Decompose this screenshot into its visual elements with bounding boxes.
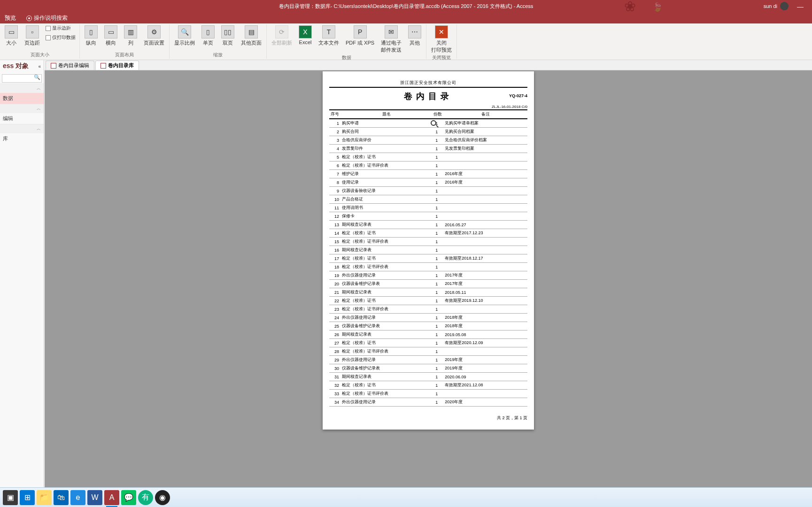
- cell-qty: 1: [432, 178, 443, 187]
- btn-more[interactable]: ⋯其他: [405, 24, 424, 47]
- btn-portrait[interactable]: ▯纵向: [82, 24, 101, 47]
- cell-remark: 有效期至2018.12.17: [443, 254, 527, 263]
- nav-section[interactable]: ︿: [0, 124, 44, 133]
- btn-other-pages[interactable]: ▤其他页面: [238, 24, 264, 47]
- cell-no: 2: [329, 128, 340, 136]
- cell-no: 1: [329, 119, 340, 128]
- cell-qty: 1: [432, 339, 443, 347]
- cell-remark: 2019年度: [443, 356, 527, 364]
- report-page: 浙江国正安全技术有限公司 卷内目录 YQ-027-4 ZLJL-16-01-20…: [323, 71, 534, 430]
- nav-header[interactable]: ess 对象 «: [0, 60, 44, 72]
- cell-qty: 1: [432, 263, 443, 271]
- checkbox-icon: [46, 35, 51, 40]
- cell-remark: 有效期至2017.12.23: [443, 229, 527, 238]
- tab-preview[interactable]: 预览: [0, 13, 21, 23]
- checkbox-icon: [46, 26, 51, 31]
- start-icon[interactable]: ⊞: [20, 490, 35, 505]
- btn-close-preview[interactable]: ✕关闭 打印预览: [428, 24, 455, 54]
- cell-no: 12: [329, 212, 340, 221]
- nav-item[interactable]: 库: [0, 133, 44, 144]
- task-view-icon[interactable]: ▣: [3, 490, 18, 505]
- cell-no: 21: [329, 288, 340, 297]
- doc-tab-edit[interactable]: 卷内目录编辑: [46, 61, 94, 70]
- obs-icon[interactable]: ◉: [155, 490, 170, 505]
- cell-title: 产品合格证: [340, 195, 432, 204]
- cell-qty: 1: [432, 390, 443, 398]
- navigation-pane: ess 对象 « 🔍 ︿ 数据 ︿ 编辑 ︿ 库: [0, 60, 44, 499]
- btn-columns[interactable]: ▥列: [121, 24, 140, 47]
- cell-title: 购买申请: [340, 119, 432, 128]
- chk-show-margin[interactable]: 显示边距: [44, 24, 77, 32]
- cell-title: 保修卡: [340, 212, 432, 221]
- cell-no: 33: [329, 390, 340, 398]
- nav-item[interactable]: 数据: [0, 93, 44, 104]
- cell-remark: 见合格供应商评价档案: [443, 136, 527, 145]
- company-name: 浙江国正安全技术有限公司: [329, 80, 527, 88]
- avatar[interactable]: [780, 2, 789, 10]
- cell-no: 23: [329, 305, 340, 314]
- cell-qty: 1: [432, 330, 443, 339]
- search-icon[interactable]: 🔍: [34, 74, 40, 80]
- cell-no: 11: [329, 204, 340, 212]
- nav-section[interactable]: ︿: [0, 104, 44, 113]
- cell-remark: 2016.05.27: [443, 221, 527, 229]
- nav-section[interactable]: ︿: [0, 84, 44, 93]
- nav-item[interactable]: 编辑: [0, 113, 44, 124]
- tell-me[interactable]: 操作说明搜索: [22, 13, 72, 23]
- btn-text[interactable]: T文本文件: [316, 24, 342, 47]
- report-table: 序号 题名 份数 备注 1购买申请1见购买申请单档案2购买合同1见购买合同档案3…: [329, 110, 527, 407]
- table-row: 32检定（校准）证书1有效期至2021.12.08: [329, 381, 527, 390]
- cell-title: 检定（校准）证书评价表: [340, 238, 432, 246]
- email-icon: ✉: [385, 25, 398, 38]
- minimize-icon[interactable]: —: [797, 3, 804, 10]
- cell-no: 4: [329, 145, 340, 153]
- btn-two-page[interactable]: ▯▯双页: [218, 24, 237, 47]
- btn-one-page[interactable]: ▯单页: [199, 24, 217, 47]
- cell-title: 仪器设备验收记录: [340, 187, 432, 195]
- group-page-layout: ▯纵向 ▭横向 ▥列 ⚙页面设置 页面布局: [80, 24, 170, 59]
- table-row: 28检定（校准）证书评价表1: [329, 347, 527, 356]
- chevron-left-icon[interactable]: «: [38, 64, 41, 69]
- cell-title: 检定（校准）证书评价表: [340, 305, 432, 314]
- cell-remark: 见购买合同档案: [443, 128, 527, 136]
- btn-zoom-ratio[interactable]: 🔍显示比例: [171, 24, 198, 47]
- btn-page-setup[interactable]: ⚙页面设置: [141, 24, 167, 47]
- store-icon[interactable]: 🛍: [54, 490, 69, 505]
- table-row: 16期间核查记录表1: [329, 246, 527, 254]
- nav-search[interactable]: 🔍: [2, 73, 42, 83]
- btn-margin[interactable]: ▫页边距: [22, 24, 43, 47]
- table-row: 14检定（校准）证书1有效期至2017.12.23: [329, 229, 527, 238]
- cell-title: 外出仪器使用记录: [340, 356, 432, 364]
- cell-remark: [443, 161, 527, 170]
- table-row: 13期间核查记录表12016.05.27: [329, 221, 527, 229]
- cell-qty: 1: [432, 204, 443, 212]
- chk-data-only[interactable]: 仅打印数据: [44, 34, 77, 41]
- user-area[interactable]: sun di: [764, 2, 789, 10]
- preview-canvas[interactable]: 浙江国正安全技术有限公司 卷内目录 YQ-027-4 ZLJL-16-01-20…: [45, 70, 812, 488]
- btn-size[interactable]: ▭大小: [2, 24, 21, 47]
- bulb-icon: [26, 15, 32, 21]
- wechat-icon[interactable]: 💬: [121, 490, 136, 505]
- table-row: 33检定（校准）证书评价表1: [329, 390, 527, 398]
- cell-qty: 1: [432, 356, 443, 364]
- edge-icon[interactable]: e: [70, 490, 85, 505]
- cell-title: 仪器设备维护记录表: [340, 280, 432, 288]
- text-icon: T: [322, 25, 335, 38]
- btn-landscape[interactable]: ▭横向: [101, 24, 120, 47]
- youdao-icon[interactable]: 有: [138, 490, 153, 505]
- report-footer: 共 2 页，第 1 页: [329, 415, 527, 421]
- word-icon[interactable]: W: [87, 490, 102, 505]
- btn-excel[interactable]: XExcel: [296, 24, 315, 46]
- access-icon[interactable]: A: [104, 490, 119, 505]
- btn-email[interactable]: ✉通过电子 邮件发送: [378, 24, 404, 54]
- cell-no: 8: [329, 178, 340, 187]
- table-row: 24外出仪器使用记录12018年度: [329, 314, 527, 322]
- report-subcode: ZLJL-16-01-2018 C/0: [329, 105, 527, 110]
- cell-no: 24: [329, 314, 340, 322]
- doc-tab-library[interactable]: 卷内目录库: [95, 61, 139, 70]
- explorer-icon[interactable]: 📁: [37, 490, 52, 505]
- form-icon: [51, 63, 56, 69]
- cell-title: 检定（校准）证书评价表: [340, 161, 432, 170]
- btn-pdf[interactable]: PPDF 或 XPS: [343, 24, 377, 47]
- page-icon: ▭: [5, 25, 18, 38]
